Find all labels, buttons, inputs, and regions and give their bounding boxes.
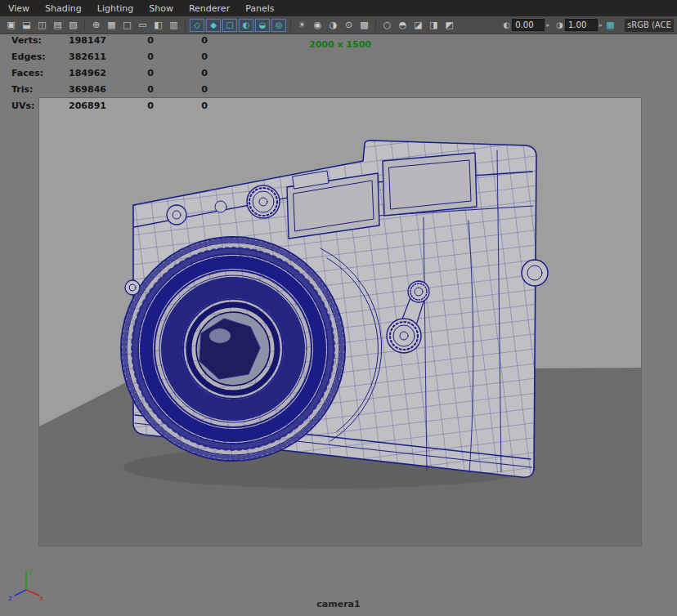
camera-attributes-icon[interactable]: ◫ [34, 18, 50, 32]
icon-glyph: ▦ [107, 20, 115, 29]
icon-glyph: ☀ [298, 20, 307, 29]
hud-total: 198147 [51, 35, 106, 46]
hud-row: Edges: 382611 0 0 [11, 48, 208, 65]
exposure-input[interactable]: 0.00 [512, 19, 545, 31]
icon-glyph: ◐ [243, 21, 250, 29]
hud-selected: 0 [106, 68, 154, 78]
toolbar-separator [290, 20, 291, 31]
two-d-pan-zoom-icon[interactable]: ⊕ [88, 18, 104, 32]
toolbar-separator [84, 20, 85, 31]
shading-toggles-group: ◇◆□◐◒◎ [189, 19, 287, 32]
hud-component: 0 [154, 35, 208, 46]
strap-lug-left [125, 280, 140, 295]
icon-glyph: ◪ [414, 20, 422, 29]
axis-x-line [26, 590, 39, 596]
hud-label: Faces: [11, 68, 51, 78]
hud-label: UVs: [11, 100, 51, 111]
shutter-dial [247, 185, 280, 218]
occlusion-icon[interactable]: ⊙ [341, 18, 356, 32]
resolution-gate-icon[interactable]: ▭ [135, 18, 150, 32]
all-lights-icon[interactable]: ◉ [310, 18, 325, 32]
camera-name-label: camera1 [0, 599, 677, 609]
hud-component: 0 [154, 51, 208, 62]
rangefinder-window [383, 153, 477, 216]
hud-stats: Verts: 198147 0 0 Edges: 382611 0 0 Face… [11, 32, 208, 114]
icon-glyph: ⊙ [345, 20, 352, 29]
icon-glyph: ◒ [259, 21, 267, 29]
exposure-toggle-icon[interactable]: ◩ [442, 18, 457, 32]
bookmarks-icon[interactable]: ▤ [50, 18, 65, 32]
gamma-input[interactable]: 1.00 [565, 19, 598, 31]
icon-glyph: ◧ [154, 20, 162, 29]
exposure-spinner[interactable]: ▸ [546, 21, 549, 29]
menu-show[interactable]: Show [149, 3, 173, 14]
shadows-icon[interactable]: ◑ [325, 18, 341, 32]
hud-selected: 0 [106, 35, 154, 46]
icon-glyph: ○ [383, 20, 392, 29]
icon-glyph: ◑ [330, 20, 338, 29]
panel-menubar: ViewShadingLightingShowRendererPanels [0, 0, 677, 16]
select-camera-icon[interactable]: ▣ [3, 18, 19, 32]
icon-glyph: ◩ [445, 20, 453, 29]
icon-glyph: ◎ [276, 21, 283, 29]
isolate-select-icon[interactable]: ◪ [410, 18, 426, 32]
image-plane-icon[interactable]: ▨ [65, 18, 81, 32]
smooth-shade-icon[interactable]: ◆ [206, 19, 221, 32]
field-chart-icon[interactable]: ▥ [166, 18, 182, 32]
render-region[interactable] [39, 98, 641, 546]
menu-lighting[interactable]: Lighting [97, 3, 133, 14]
hud-total: 369846 [51, 84, 106, 95]
grid-icon[interactable]: ▦ [104, 18, 119, 32]
menu-view[interactable]: View [8, 3, 29, 14]
view-transform-icon[interactable]: ▦ [603, 18, 618, 32]
menu-renderer[interactable]: Renderer [189, 3, 230, 14]
icon-glyph: ▭ [138, 20, 146, 29]
gate-mask-icon[interactable]: ◧ [150, 18, 166, 32]
icon-glyph: ◉ [314, 20, 322, 29]
exposure-field: ◐ 0.00 ▸ [504, 19, 550, 31]
hud-label: Verts: [11, 35, 51, 46]
default-lighting-icon[interactable]: ☀ [294, 18, 310, 32]
viewport-panel[interactable]: 2000 x 1500 Verts: 198147 0 0 Edges: 382… [0, 34, 677, 616]
rewind-knob [167, 205, 186, 225]
icon-glyph: ◆ [210, 21, 217, 29]
lock-camera-icon[interactable]: ⬓ [19, 18, 34, 32]
hud-selected: 0 [106, 100, 154, 111]
motion-blur-icon[interactable]: ○ [379, 18, 395, 32]
view-transform-dropdown[interactable]: sRGB (ACE [625, 19, 674, 32]
viewport-canvas[interactable] [39, 98, 641, 546]
hud-selected: 0 [106, 84, 154, 95]
textured-icon[interactable]: ◐ [239, 19, 253, 32]
toolbar-separator [185, 20, 186, 31]
strap-lug-right [522, 260, 548, 286]
camera-tools-group: ▣⬓◫▤▨ [3, 18, 81, 32]
menu-panels[interactable]: Panels [245, 3, 274, 14]
hud-total: 382611 [51, 51, 106, 62]
gate-tools-group: ⊕▦□▭◧▥ [88, 18, 182, 32]
hud-row: Tris: 369846 0 0 [11, 81, 208, 97]
hud-component: 0 [154, 84, 208, 95]
icon-glyph: ◨ [429, 20, 437, 29]
film-gate-icon[interactable]: □ [119, 18, 135, 32]
hud-label: Edges: [11, 51, 51, 62]
anti-alias-icon[interactable]: ▩ [356, 18, 372, 32]
hud-row: Faces: 184962 0 0 [11, 65, 208, 81]
menu-shading[interactable]: Shading [45, 3, 82, 14]
exposure-icon[interactable]: ◐ [504, 20, 511, 29]
gamma-icon[interactable]: ◑ [556, 20, 563, 29]
hud-row: UVs: 206891 0 0 [11, 97, 208, 114]
wireframe-icon[interactable]: ◇ [190, 19, 204, 32]
x-ray-icon[interactable]: ◨ [426, 18, 442, 32]
hud-total: 206891 [51, 100, 106, 111]
depth-of-field-icon[interactable]: ◓ [395, 18, 410, 32]
bounding-box-icon[interactable]: □ [222, 19, 237, 32]
icon-glyph: ▣ [7, 20, 15, 29]
icon-glyph: ▤ [53, 20, 61, 29]
lighting-tools-group: ☀◉◑⊙▩ [294, 18, 372, 32]
hud-selected: 0 [106, 51, 154, 62]
gamma-field: ◑ 1.00 ▸ [556, 19, 603, 31]
hud-component: 0 [154, 100, 208, 111]
wireframe-on-shaded-icon[interactable]: ◎ [271, 19, 286, 32]
axis-y-label: y [29, 566, 34, 574]
use-default-material-icon[interactable]: ◒ [255, 19, 270, 32]
